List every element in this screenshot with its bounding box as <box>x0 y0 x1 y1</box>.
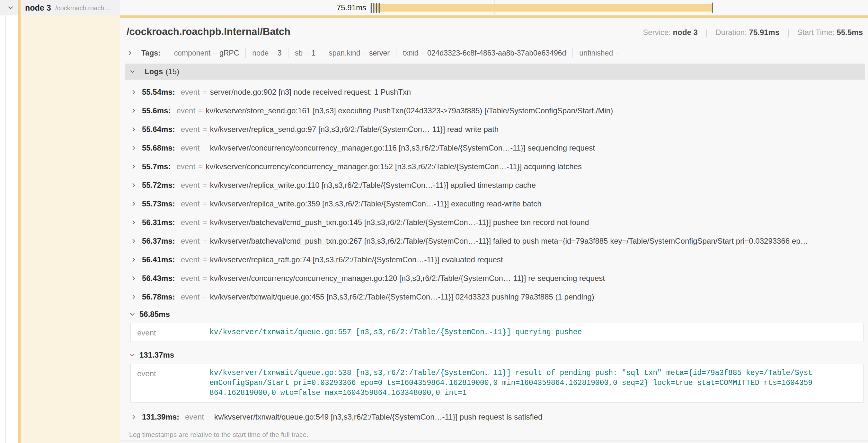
chevron-right-icon <box>130 219 137 226</box>
log-row-expanded[interactable]: 56.85ms <box>126 306 865 322</box>
equals-sign: = <box>203 181 207 190</box>
log-field-key: event <box>181 255 200 264</box>
log-timestamp: 56.78ms: <box>142 293 175 301</box>
span-name-cell[interactable]: node 3 /cockroach.roach… <box>0 0 120 15</box>
log-field-key: event <box>181 88 200 97</box>
tag-value: 1 <box>311 48 315 58</box>
span-color-bar <box>18 0 21 15</box>
tag-key: span.kind <box>329 48 360 58</box>
log-row[interactable]: 55.73ms: event = kv/kvserver/replica_wri… <box>126 195 865 213</box>
chevron-down-icon[interactable] <box>7 4 14 12</box>
log-field-key: event <box>176 162 195 171</box>
log-row[interactable]: 55.6ms: event = kv/kvserver/store_send.g… <box>126 101 865 120</box>
chevron-right-icon <box>130 89 137 95</box>
log-field-key: event <box>181 181 200 190</box>
tags-toggle[interactable]: Tags: <box>127 49 168 58</box>
log-row[interactable]: 56.31ms: event = kv/kvserver/batcheval/c… <box>126 213 865 232</box>
span-bar[interactable] <box>375 4 712 11</box>
log-timestamp: 55.54ms: <box>142 88 175 97</box>
log-row[interactable]: 56.78ms: event = kv/kvserver/txnwait/que… <box>126 287 865 306</box>
span-end-marker <box>712 3 713 13</box>
tag-value: gRPC <box>219 48 239 58</box>
span-color-bar <box>18 15 21 443</box>
log-field-value: kv/kvserver/replica_write.go:359 [n3,s3,… <box>210 199 541 208</box>
chevron-right-icon <box>130 414 137 420</box>
log-field-value: kv/kvserver/batcheval/cmd_push_txn.go:14… <box>210 218 589 227</box>
log-field-value: kv/kvserver/concurrency/concurrency_mana… <box>210 143 595 152</box>
log-row[interactable]: 56.37ms: event = kv/kvserver/batcheval/c… <box>126 232 865 250</box>
log-entries: 55.54ms: event = server/node.go:902 [n3]… <box>125 79 865 426</box>
chevron-right-icon <box>130 238 137 244</box>
chevron-right-icon <box>127 50 133 56</box>
log-row[interactable]: 55.64ms: event = kv/kvserver/replica_sen… <box>126 120 865 139</box>
log-field-key: event <box>181 274 200 283</box>
tag-key: component <box>174 48 211 58</box>
equals-sign: = <box>203 125 207 134</box>
equals-sign: = <box>203 143 207 152</box>
span-operation-name: /cockroach.roach… <box>55 0 111 16</box>
chevron-down-icon <box>129 311 135 317</box>
log-field-key: event <box>176 106 195 115</box>
log-field-value: kv/kvserver/txnwait/queue.go:538 [n3,s3,… <box>210 368 816 398</box>
log-field-value: kv/kvserver/txnwait/queue.go:455 [n3,s3,… <box>210 293 594 301</box>
chevron-right-icon <box>130 294 137 300</box>
chevron-right-icon <box>130 257 137 263</box>
log-row[interactable]: 55.72ms: event = kv/kvserver/replica_wri… <box>126 176 865 195</box>
log-row[interactable]: 55.54ms: event = server/node.go:902 [n3]… <box>126 83 865 101</box>
tag-value: server <box>369 48 390 58</box>
log-timestamp: 56.43ms: <box>142 274 175 283</box>
equals-sign: = <box>203 274 207 283</box>
log-timestamp: 56.31ms: <box>142 218 175 227</box>
span-detail-title: /cockroach.roachpb.Internal/Batch <box>127 26 290 38</box>
service-label: Service: <box>643 28 671 37</box>
log-field-key: event <box>185 412 204 421</box>
start-time-value: 55.5ms <box>837 28 863 37</box>
log-row[interactable]: 56.43ms: event = kv/kvserver/concurrency… <box>126 269 865 287</box>
log-timestamp: 131.37ms <box>140 350 174 360</box>
tag-key: sb <box>295 48 303 58</box>
log-row[interactable]: 56.41ms: event = kv/kvserver/replica_raf… <box>126 250 865 269</box>
tag-key: node <box>252 48 269 58</box>
span-row[interactable]: node 3 /cockroach.roach… 75.91ms <box>0 0 868 15</box>
log-row-expanded[interactable]: 131.37ms <box>126 347 865 363</box>
log-row[interactable]: 55.7ms: event = kv/kvserver/concurrency/… <box>126 157 865 176</box>
log-timestamp: 56.41ms: <box>142 255 175 264</box>
selected-row-background <box>21 15 120 443</box>
tag-value: 024d3323-6c8f-4863-aa8b-37ab0e63496d <box>427 48 566 58</box>
equals-sign: = <box>305 48 309 58</box>
tag-key: txnid <box>403 48 418 58</box>
log-field-key: event <box>181 199 200 208</box>
tag-item: component = gRPC <box>168 48 246 58</box>
tag-item: sb = 1 <box>288 48 322 58</box>
duration-label: Duration: <box>716 28 747 37</box>
equals-sign: = <box>207 412 211 421</box>
log-row[interactable]: 55.68ms: event = kv/kvserver/concurrency… <box>126 139 865 157</box>
span-detail-header: /cockroach.roachpb.Internal/Batch Servic… <box>120 18 868 44</box>
equals-sign: = <box>203 218 207 227</box>
log-field-key: event <box>181 237 200 246</box>
equals-sign: = <box>213 48 217 58</box>
log-field-value: kv/kvserver/replica_write.go:110 [n3,s3,… <box>210 181 535 190</box>
log-row[interactable]: 131.39ms: event = kv/kvserver/txnwait/qu… <box>126 408 865 426</box>
log-field-value: kv/kvserver/txnwait/queue.go:557 [n3,s3,… <box>210 328 582 337</box>
tags-row: Tags: component = gRPC node = 3 sb = 1 s… <box>120 44 868 62</box>
log-field-value: kv/kvserver/batcheval/cmd_push_txn.go:26… <box>210 237 808 246</box>
column-divider <box>5 15 6 443</box>
log-tick-marks <box>370 3 380 13</box>
log-timestamp: 55.73ms: <box>142 199 175 208</box>
meta-separator: | <box>787 28 789 37</box>
tag-key: unfinished <box>579 48 613 58</box>
equals-sign: = <box>615 48 619 58</box>
equals-sign: = <box>198 106 203 115</box>
tag-value: 3 <box>278 48 282 58</box>
tag-item: unfinished = <box>572 48 628 58</box>
log-timestamp: 55.64ms: <box>142 125 175 134</box>
equals-sign: = <box>421 48 425 58</box>
equals-sign: = <box>203 199 207 208</box>
span-duration-label: 75.91ms <box>315 0 366 15</box>
logs-header[interactable]: Logs (15) <box>125 64 865 79</box>
equals-sign: = <box>203 293 207 301</box>
span-name-column-expanded <box>0 15 120 443</box>
tag-item: node = 3 <box>245 48 288 58</box>
chevron-down-icon <box>129 352 135 358</box>
